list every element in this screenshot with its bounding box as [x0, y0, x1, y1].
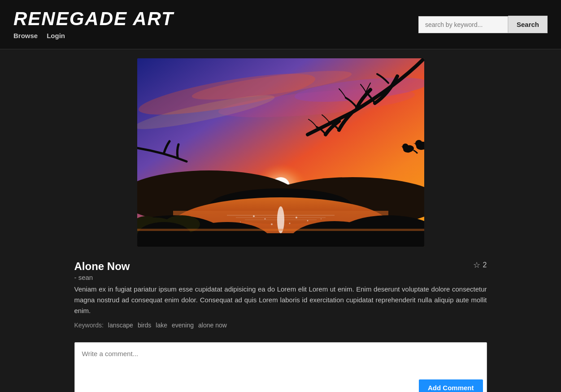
artwork-title: Alone Now — [74, 260, 130, 273]
comment-textarea[interactable] — [75, 343, 487, 374]
svg-point-24 — [289, 223, 290, 224]
keyword-item: lanscape — [108, 322, 133, 329]
rating-count: 2 — [483, 261, 487, 269]
keywords-row: Keywords: lanscapebirdslakeeveningalone … — [74, 322, 487, 329]
svg-point-23 — [271, 223, 273, 225]
artwork-container — [74, 58, 487, 247]
svg-point-19 — [296, 217, 297, 218]
keyword-item: lake — [156, 322, 167, 329]
search-input[interactable] — [418, 16, 508, 33]
keyword-item: alone now — [198, 322, 227, 329]
add-comment-button[interactable]: Add Comment — [419, 379, 483, 392]
artwork-rating: ☆ 2 — [473, 260, 487, 270]
keywords-label: Keywords: — [74, 322, 104, 329]
artwork-author: - sean — [74, 274, 130, 281]
nav-browse[interactable]: Browse — [13, 32, 38, 39]
search-button[interactable]: Search — [508, 16, 548, 33]
search-area: Search — [418, 16, 548, 33]
nav-login[interactable]: Login — [47, 32, 65, 39]
artwork-header: Alone Now - sean ☆ 2 — [74, 260, 487, 281]
svg-point-18 — [264, 218, 265, 220]
artwork-description: Veniam ex in fugiat pariatur ipsum esse … — [74, 284, 487, 316]
star-icon: ☆ — [473, 260, 480, 270]
comment-form: Add Comment — [74, 342, 487, 392]
svg-point-17 — [253, 215, 255, 217]
svg-rect-38 — [137, 229, 424, 231]
site-title: Renegade Art — [13, 9, 174, 28]
artwork-image — [137, 58, 424, 247]
keyword-item: birds — [138, 322, 151, 329]
svg-point-22 — [321, 218, 322, 219]
logo-area: Renegade Art Browse Login — [13, 9, 174, 39]
main-content: Alone Now - sean ☆ 2 Veniam ex in fugiat… — [65, 49, 496, 392]
svg-point-21 — [240, 222, 241, 222]
artwork-title-block: Alone Now - sean — [74, 260, 130, 281]
site-header: Renegade Art Browse Login Search — [0, 0, 561, 49]
svg-point-20 — [307, 220, 308, 222]
nav-links: Browse Login — [13, 32, 174, 39]
keyword-item: evening — [172, 322, 194, 329]
artwork-info: Alone Now - sean ☆ 2 Veniam ex in fugiat… — [74, 256, 487, 342]
